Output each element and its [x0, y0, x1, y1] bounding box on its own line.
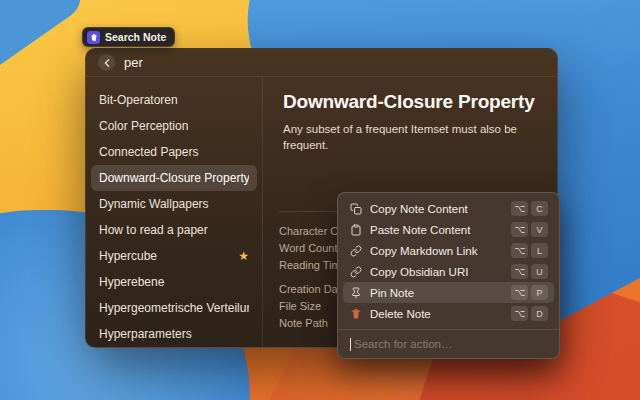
shortcut-key: C — [531, 201, 548, 216]
option-key — [511, 285, 528, 300]
list-item[interactable]: Bit-Operatoren — [91, 87, 257, 113]
chevron-left-icon — [103, 59, 111, 67]
option-key — [511, 306, 528, 321]
search-bar: per — [86, 49, 557, 77]
option-key — [511, 201, 528, 216]
app-tooltip: Search Note — [82, 27, 175, 47]
list-item[interactable]: Hyperparameters — [91, 321, 257, 347]
text-cursor — [350, 338, 351, 351]
list-item[interactable]: Color Perception — [91, 113, 257, 139]
list-item[interactable]: Hyperebene — [91, 269, 257, 295]
search-input[interactable]: per — [124, 55, 143, 70]
shortcut-key: U — [531, 264, 548, 279]
menu-item-delete-note[interactable]: Delete Note D — [343, 303, 554, 324]
action-search-input[interactable]: Search for action… — [343, 330, 554, 358]
option-key — [511, 264, 528, 279]
obsidian-icon — [87, 31, 100, 44]
shortcut-key: V — [531, 222, 548, 237]
action-search-placeholder: Search for action… — [354, 338, 452, 350]
list-item[interactable]: Connected Papers — [91, 139, 257, 165]
list-item[interactable]: Hypercube★ — [91, 243, 257, 269]
menu-item-copy-obsidian-uri[interactable]: Copy Obsidian URI U — [343, 261, 554, 282]
notes-list: Bit-Operatoren Color Perception Connecte… — [86, 77, 263, 347]
actions-menu: Copy Note Content C Paste Note Content V… — [337, 192, 560, 359]
option-key — [511, 243, 528, 258]
list-item[interactable]: How to read a paper — [91, 217, 257, 243]
back-button[interactable] — [98, 54, 115, 71]
pin-icon — [349, 286, 362, 299]
menu-item-copy-markdown-link[interactable]: Copy Markdown Link L — [343, 240, 554, 261]
option-key — [511, 222, 528, 237]
link-icon — [349, 244, 362, 257]
menu-item-pin-note[interactable]: Pin Note P — [343, 282, 554, 303]
star-icon: ★ — [238, 249, 249, 263]
note-title: Downward-Closure Property — [283, 91, 537, 113]
shortcut-key: P — [531, 285, 548, 300]
list-item[interactable]: Dynamic Wallpapers — [91, 191, 257, 217]
list-item[interactable]: Hypergeometrische Verteilung — [91, 295, 257, 321]
menu-item-copy-note-content[interactable]: Copy Note Content C — [343, 198, 554, 219]
shortcut-key: L — [531, 243, 548, 258]
list-item-selected[interactable]: Downward-Closure Property — [91, 165, 257, 191]
clipboard-icon — [349, 223, 362, 236]
link-icon — [349, 265, 362, 278]
trash-icon — [349, 307, 362, 320]
shortcut-key: D — [531, 306, 548, 321]
copy-icon — [349, 202, 362, 215]
note-body: Any subset of a frequent Itemset must al… — [283, 122, 537, 153]
tooltip-label: Search Note — [105, 31, 166, 43]
menu-item-paste-note-content[interactable]: Paste Note Content V — [343, 219, 554, 240]
